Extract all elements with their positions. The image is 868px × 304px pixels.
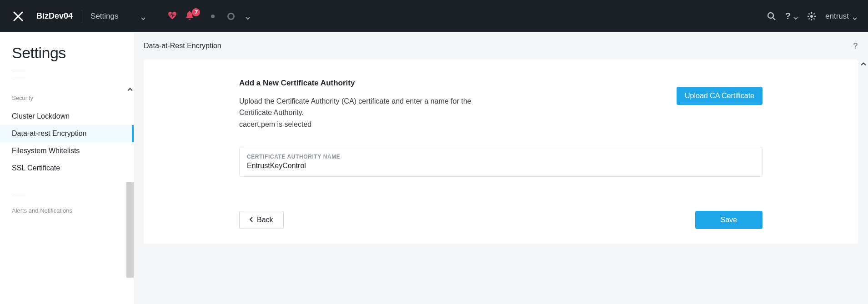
content: Data-at-Rest Encryption ? Add a New Cert… (134, 32, 868, 304)
user-menu[interactable]: entrust (825, 12, 857, 21)
sidebar-item-data-at-rest-encryption[interactable]: Data-at-rest Encryption (0, 125, 134, 142)
back-button[interactable]: Back (239, 211, 284, 229)
help-icon[interactable]: ? (853, 41, 858, 51)
divider (12, 196, 25, 196)
user-name: entrust (825, 12, 849, 21)
status-icons: 7 (167, 11, 250, 22)
chevron-down-icon (853, 14, 857, 19)
main: Settings Security Cluster Lockdown Data-… (0, 32, 868, 304)
panel-wrap: Add a New Certificate Authority Upload t… (134, 60, 868, 304)
sidebar-group-security: Security (12, 95, 134, 101)
panel-description: Upload the Certificate Authority (CA) ce… (239, 96, 494, 119)
search-icon[interactable] (767, 12, 776, 21)
chevron-down-icon (793, 14, 798, 19)
sidebar-item-label: SSL Certificate (12, 164, 60, 172)
chevron-down-icon[interactable] (246, 14, 250, 19)
sidebar-item-cluster-lockdown[interactable]: Cluster Lockdown (0, 108, 134, 125)
cluster-name[interactable]: BizDev04 (36, 11, 73, 21)
scroll-up-icon[interactable] (127, 87, 133, 94)
chevron-down-icon (141, 14, 146, 19)
top-bar: BizDev04 Settings 7 ? (0, 0, 868, 32)
divider (12, 72, 25, 72)
task-circle-icon[interactable] (227, 13, 235, 20)
sidebar-item-filesystem-whitelists[interactable]: Filesystem Whitelists (0, 142, 134, 159)
ca-panel: Add a New Certificate Authority Upload t… (144, 60, 858, 244)
ca-name-input[interactable] (247, 162, 755, 170)
ca-name-field[interactable]: CERTIFICATE AUTHORITY NAME (239, 147, 763, 177)
divider (12, 78, 25, 78)
heartbeat-icon[interactable] (167, 11, 177, 21)
scroll-up-icon[interactable] (861, 61, 866, 68)
sidebar-item-ssl-certificate[interactable]: SSL Certificate (0, 159, 134, 177)
question-icon: ? (785, 11, 791, 21)
content-header: Data-at-Rest Encryption ? (134, 32, 868, 60)
divider (82, 10, 82, 23)
topbar-right: ? entrust (767, 11, 857, 21)
chevron-left-icon (250, 216, 253, 224)
section-dropdown[interactable]: Settings (90, 9, 146, 24)
back-label: Back (257, 216, 273, 224)
selected-file-line: cacert.pem is selected (239, 120, 763, 129)
scrollbar[interactable] (126, 182, 134, 278)
help-menu[interactable]: ? (785, 11, 798, 21)
alert-count-badge: 7 (192, 8, 200, 16)
section-label: Settings (90, 12, 118, 21)
logo-icon (13, 11, 24, 22)
save-button[interactable]: Save (695, 211, 763, 229)
sidebar-title: Settings (12, 44, 134, 62)
sidebar-item-label: Cluster Lockdown (12, 112, 70, 120)
page-title: Data-at-Rest Encryption (144, 42, 221, 50)
upload-ca-button[interactable]: Upload CA Certificate (677, 87, 763, 105)
sidebar-group-alerts: Alerts and Notifications (12, 207, 134, 214)
svg-point-1 (810, 15, 813, 18)
ca-name-label: CERTIFICATE AUTHORITY NAME (247, 154, 755, 160)
gear-icon[interactable] (807, 12, 816, 21)
panel-actions: Back Save (239, 211, 763, 229)
sidebar: Settings Security Cluster Lockdown Data-… (0, 32, 134, 304)
svg-point-0 (768, 13, 773, 18)
sidebar-item-label: Filesystem Whitelists (12, 147, 80, 154)
status-dot-icon (211, 15, 215, 18)
sidebar-item-label: Data-at-rest Encryption (12, 130, 87, 137)
panel-title: Add a New Certificate Authority (239, 79, 763, 88)
alerts-button[interactable]: 7 (186, 11, 194, 22)
